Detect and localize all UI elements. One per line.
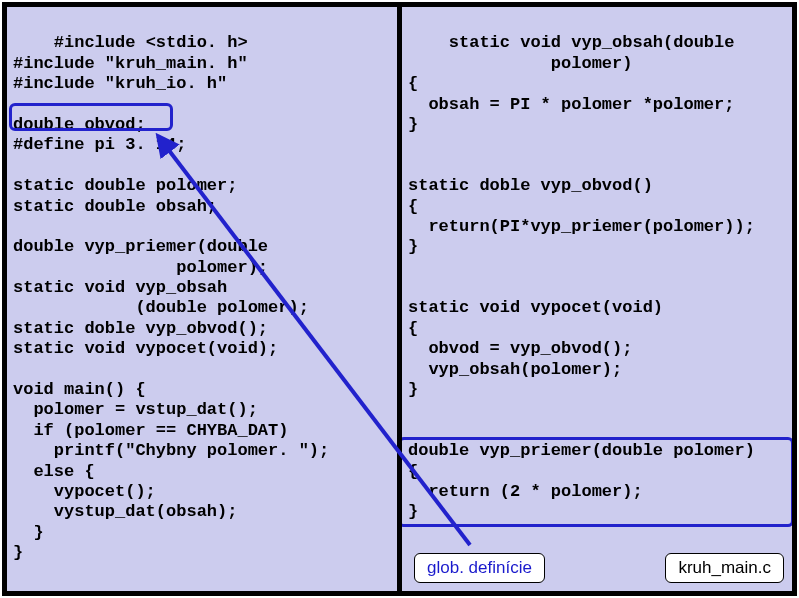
code-frame: #include <stdio. h> #include "kruh_main.…: [2, 2, 797, 596]
label-filename: kruh_main.c: [665, 553, 784, 583]
left-column: #include <stdio. h> #include "kruh_main.…: [7, 7, 402, 591]
label-filename-text: kruh_main.c: [678, 558, 771, 577]
left-code-text: #include <stdio. h> #include "kruh_main.…: [13, 33, 329, 562]
right-column: static void vyp_obsah(double polomer) { …: [402, 7, 792, 591]
right-code-text: static void vyp_obsah(double polomer) { …: [408, 33, 755, 521]
label-glob-text: glob. definície: [427, 558, 532, 577]
label-glob-definicie: glob. definície: [414, 553, 545, 583]
